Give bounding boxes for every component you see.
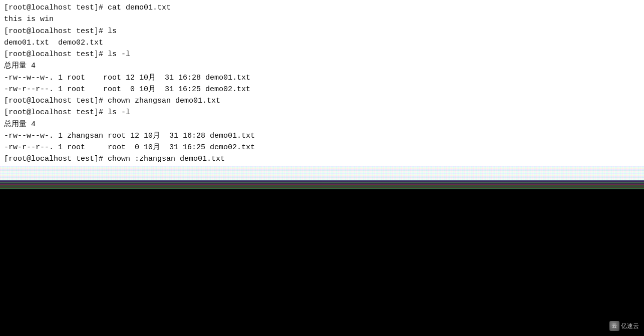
logo-text: 亿速云 — [621, 322, 639, 330]
terminal-output: [root@localhost test]# cat demo01.txt th… — [4, 2, 640, 165]
logo-cloud-char: 云 — [612, 322, 617, 329]
terminal-screen: [root@localhost test]# cat demo01.txt th… — [0, 0, 644, 180]
yisuyun-logo: 云 亿速云 — [609, 321, 639, 331]
black-area: 云 亿速云 — [0, 189, 644, 336]
logo-icon: 云 — [609, 321, 619, 331]
glitch-overlay — [0, 166, 644, 180]
noise-band — [0, 180, 644, 189]
